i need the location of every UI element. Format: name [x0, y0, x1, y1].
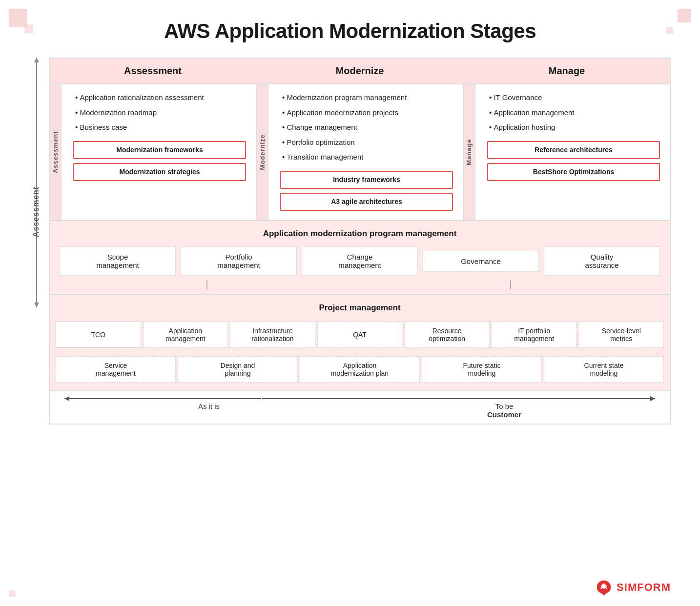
stage-headers: Assessment Modernize Manage — [50, 59, 670, 84]
modernize-content: Modernization program management Applica… — [267, 92, 453, 211]
framework-box-1: Modernization strategies — [73, 163, 246, 181]
amp-box-4: Quality assurance — [544, 246, 660, 276]
stage-header-manage: Manage — [464, 59, 670, 83]
deco-square-tl2 — [24, 24, 33, 33]
mod-bullet-3: Portfolio optimization — [280, 137, 453, 148]
pm-cell-tco: TCO — [56, 322, 141, 348]
label-as-is: As it is — [198, 402, 220, 419]
amp-boxes: Scope management Portfolio management Ch… — [50, 246, 670, 281]
stage-header-modernize: Modernize — [257, 59, 464, 83]
framework-box-0: Modernization frameworks — [73, 141, 246, 159]
amp-box-3: Governance — [423, 251, 539, 272]
bottom-arrows-row — [55, 398, 665, 402]
pm-cell-futurestate: Future static modeling — [422, 356, 542, 383]
pm-cell-svcmgmt: Service management — [56, 356, 176, 383]
mod-bullet-1: Application modernization projects — [280, 107, 453, 119]
amp-box-0: Scope management — [60, 246, 176, 276]
modernize-frameworks: Industry frameworks A3 agile architectur… — [280, 171, 453, 211]
deco-square-tr2 — [666, 27, 673, 34]
col-label-assessment: Assessment — [50, 84, 62, 220]
mod-bullet-4: Transition management — [280, 152, 453, 163]
mgmt-bullet-2: Application hosting — [487, 122, 660, 133]
bottom-section: As it is To be Customer — [50, 391, 670, 424]
pm-cell-appmgmt: Application management — [143, 322, 228, 348]
assessment-content: Application rationalization assessment M… — [60, 92, 246, 181]
pm-divider — [61, 352, 659, 352]
label-to-be: To be Customer — [487, 402, 521, 419]
deco-square-tr — [678, 9, 691, 22]
pm-row-top: TCO Application management Infrastructur… — [55, 321, 665, 349]
pm-cell-itportfolio: IT portfolio management — [492, 322, 577, 348]
content-area: Assessment Modernize Manage Assessment A… — [49, 58, 671, 424]
bullet-0: Application rationalization assessment — [73, 92, 246, 103]
col-label-manage: Manage — [464, 84, 475, 220]
amp-title: Application modernization program manage… — [50, 226, 670, 242]
mod-bullet-2: Change management — [280, 122, 453, 133]
bottom-labels: As it is To be Customer — [55, 402, 665, 419]
simform-logo: SIMFORM — [595, 579, 671, 596]
pm-cell-resource: Resource optimization — [404, 322, 490, 348]
amp-box-2: Change management — [302, 246, 418, 276]
stage-header-assessment: Assessment — [50, 59, 257, 83]
deco-square-bl — [9, 590, 16, 597]
pm-cell-infra: Infrastructure rationalization — [230, 322, 315, 348]
mod-bullet-0: Modernization program management — [280, 92, 453, 103]
assessment-frameworks: Modernization frameworks Modernization s… — [73, 141, 246, 181]
manage-frameworks: Reference architectures BestShore Optimi… — [487, 141, 660, 181]
manage-content: IT Governance Application management App… — [474, 92, 660, 181]
arrow-as-is — [64, 398, 261, 399]
assessment-arrow-line — [36, 58, 37, 307]
mgmt-bullet-1: Application management — [487, 107, 660, 119]
pm-row-bottom: Service management Design and planning A… — [55, 355, 665, 384]
pm-cell-qat: QAT — [317, 322, 403, 348]
stage-col-modernize: Modernize Modernization program manageme… — [257, 84, 464, 220]
label-customer: Customer — [487, 410, 521, 419]
pm-section: Project management TCO Application manag… — [50, 295, 670, 391]
mgmt-framework-box-1: BestShore Optimizations — [487, 163, 660, 181]
bullet-2: Business case — [73, 122, 246, 133]
mgmt-bullet-0: IT Governance — [487, 92, 660, 103]
mod-framework-box-0: Industry frameworks — [280, 171, 453, 189]
mod-framework-box-1: A3 agile architectures — [280, 193, 453, 211]
pm-title: Project management — [50, 300, 670, 316]
simform-text: SIMFORM — [617, 581, 671, 594]
pm-row1: TCO Application management Infrastructur… — [50, 321, 670, 384]
pm-cell-ampplan: Application modernization plan — [300, 356, 420, 383]
stage-content: Assessment Application rationalization a… — [50, 84, 670, 221]
amp-section: Application modernization program manage… — [50, 221, 670, 295]
pm-cell-currentstate: Current state modeling — [544, 356, 664, 383]
arrow-to-be — [262, 398, 655, 399]
pm-cell-sla: Service-level metrics — [578, 322, 664, 348]
simform-icon — [595, 579, 613, 596]
mgmt-framework-box-0: Reference architectures — [487, 141, 660, 159]
stage-col-assessment: Assessment Application rationalization a… — [50, 84, 257, 220]
page-title: AWS Application Modernization Stages — [0, 0, 700, 58]
outer-container: Assessment Assessment Modernize Manage A… — [29, 58, 671, 424]
v-connector-2 — [510, 281, 511, 289]
assessment-vertical-label: Assessment — [29, 58, 43, 366]
col-label-modernize: Modernize — [257, 84, 268, 220]
pm-cell-design: Design and planning — [178, 356, 298, 383]
bullet-1: Modernization roadmap — [73, 107, 246, 119]
amp-box-1: Portfolio management — [181, 246, 297, 276]
v-connector-1 — [206, 281, 207, 289]
stage-col-manage: Manage IT Governance Application managem… — [464, 84, 670, 220]
